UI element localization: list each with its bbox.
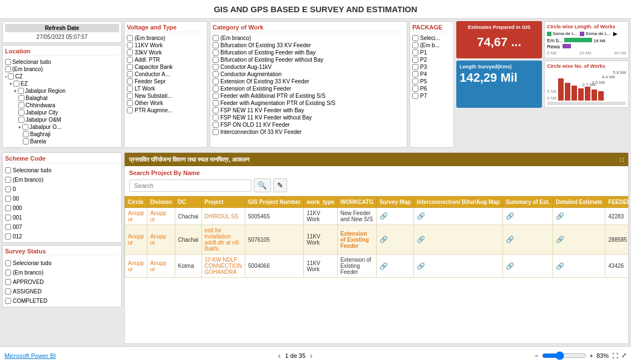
location-item[interactable]: Chhindwara xyxy=(18,102,119,109)
edit-button[interactable]: ✎ xyxy=(273,178,287,192)
category-item[interactable]: Conductor Aug-11kV xyxy=(213,63,405,71)
survey-item[interactable]: ASSIGNED xyxy=(5,288,119,295)
cell-project[interactable]: 10 KW NDLF CONNECTION GOHANDRA xyxy=(201,255,245,278)
voltage-item[interactable]: LT Work xyxy=(127,85,205,92)
voltage-item[interactable]: Capacitor Bank xyxy=(127,63,205,71)
voltage-item[interactable]: Addl. PTR xyxy=(127,56,205,63)
expand-icon[interactable]: ▾ xyxy=(9,81,12,87)
powerbi-link[interactable]: Microsoft Power BI xyxy=(4,352,56,359)
category-item[interactable]: Bifurcation of Existing Feeder with Bay xyxy=(213,49,405,56)
cell-detailed[interactable]: 🔗 xyxy=(553,255,605,278)
scheme-item[interactable]: (Em branco) xyxy=(5,176,119,183)
location-item[interactable]: Baghraji xyxy=(23,131,119,138)
location-checkbox[interactable] xyxy=(18,88,24,94)
scheme-item[interactable]: Selecionar tudo xyxy=(5,167,119,174)
cell-detailed[interactable]: 🔗 xyxy=(553,208,605,225)
voltage-item[interactable]: 33kV Work xyxy=(127,49,205,56)
location-checkbox[interactable] xyxy=(18,109,24,116)
scheme-item[interactable]: 001 xyxy=(5,214,119,221)
category-item[interactable]: FSP NEW 11 KV Feeder without Bay xyxy=(213,114,405,121)
location-item[interactable]: Barela xyxy=(23,138,119,145)
expand-icon[interactable]: ▾ xyxy=(14,88,17,94)
cell-project[interactable]: estt.for installation addll.dtr at vill.… xyxy=(201,225,245,255)
location-item[interactable]: (Em branco) xyxy=(5,66,119,73)
location-item[interactable]: Jabalpur O&M xyxy=(18,116,119,123)
cell-circle[interactable]: Anupp ur xyxy=(125,208,147,225)
scheme-item[interactable]: 000 xyxy=(5,205,119,212)
package-item[interactable]: P1 xyxy=(412,49,451,56)
cell-summary[interactable]: 🔗 xyxy=(502,255,553,278)
package-item[interactable]: P2 xyxy=(412,56,451,63)
category-item[interactable]: FSP NEW 11 KV Feeder with Bay xyxy=(213,107,405,114)
location-item[interactable]: Jabalpur City xyxy=(18,109,119,116)
cell-intercon[interactable]: 🔗 xyxy=(414,225,503,255)
location-item[interactable]: ▾ EZ xyxy=(9,80,119,87)
cell-circle[interactable]: Anupp ur xyxy=(125,225,147,255)
scheme-item[interactable]: 00 xyxy=(5,195,119,202)
category-item[interactable]: Interconnection Of 33 KV Feeder xyxy=(213,128,405,136)
expand-icon[interactable]: ▾ xyxy=(18,124,21,130)
survey-item[interactable]: Selecionar tudo xyxy=(5,260,119,267)
cell-survey[interactable]: 🔗 xyxy=(376,255,413,278)
cell-survey[interactable]: 🔗 xyxy=(376,225,413,255)
scheme-item[interactable]: 012 xyxy=(5,233,119,240)
category-item[interactable]: Bifurcation of Existing Feeder without B… xyxy=(213,56,405,63)
voltage-item[interactable]: Conductor A... xyxy=(127,71,205,78)
voltage-item[interactable]: Feeder Sepr xyxy=(127,78,205,85)
survey-item[interactable]: COMPLETED xyxy=(5,297,119,305)
location-checkbox[interactable] xyxy=(8,73,14,79)
survey-item[interactable]: (Em branco) xyxy=(5,269,119,276)
package-item[interactable]: P5 xyxy=(412,78,451,85)
location-checkbox[interactable] xyxy=(5,66,11,72)
cell-summary[interactable]: 🔗 xyxy=(502,225,553,255)
cell-circle[interactable]: Anupp ur xyxy=(125,255,147,278)
category-item[interactable]: Bifurcation Of Existing 33 KV Feeder xyxy=(213,42,405,49)
location-item[interactable]: ▾ Jabalpur O... xyxy=(18,123,119,131)
package-item[interactable]: P6 xyxy=(412,85,451,92)
cell-summary[interactable]: 🔗 xyxy=(502,208,553,225)
cell-project[interactable]: DHIROUL SS xyxy=(201,208,245,225)
category-item[interactable]: Extension of Existing Feeder xyxy=(213,85,405,92)
cell-division[interactable]: Anupp ur xyxy=(147,255,175,278)
cell-detailed[interactable]: 🔗 xyxy=(553,225,605,255)
cell-division[interactable]: Anupp ur xyxy=(147,208,175,225)
cell-intercon[interactable]: 🔗 xyxy=(414,208,503,225)
voltage-item[interactable]: 11KV Work xyxy=(127,42,205,49)
category-item[interactable]: Extension Of Existing 33 KV Feeder xyxy=(213,78,405,85)
location-checkbox[interactable] xyxy=(18,117,24,123)
package-item[interactable]: P7 xyxy=(412,92,451,99)
survey-item[interactable]: APPROVED xyxy=(5,278,119,286)
voltage-item[interactable]: New Substati... xyxy=(127,92,205,99)
next-page-button[interactable]: › xyxy=(310,351,313,360)
location-checkbox[interactable] xyxy=(13,81,19,87)
location-item[interactable]: Balaghat xyxy=(18,94,119,102)
zoom-minus[interactable]: − xyxy=(535,352,538,359)
scrollbar[interactable] xyxy=(547,102,626,105)
category-item[interactable]: Feeder with Additional PTR of Existing S… xyxy=(213,92,405,99)
table-row[interactable]: Anupp ur Anupp ur Chachai estt.for insta… xyxy=(125,225,629,255)
scheme-item[interactable]: 007 xyxy=(5,223,119,231)
category-item[interactable]: (Em branco) xyxy=(213,34,405,42)
location-checkbox[interactable] xyxy=(22,124,28,130)
prev-page-button[interactable]: ‹ xyxy=(278,351,281,360)
package-item[interactable]: Seleci... xyxy=(412,34,451,42)
location-item[interactable]: ▾ Jabalpur Region xyxy=(14,87,119,94)
legend-arrow[interactable]: ▶ xyxy=(613,31,618,37)
zoom-plus[interactable]: + xyxy=(590,352,593,359)
voltage-item[interactable]: PTR Augmne... xyxy=(127,107,205,114)
location-checkbox[interactable] xyxy=(23,131,29,137)
package-item[interactable]: (Em b... xyxy=(412,42,451,49)
scheme-item[interactable]: 0 xyxy=(5,186,119,193)
table-section[interactable]: Circle Division DC Project GIS Project N… xyxy=(125,196,628,343)
expand-icon[interactable]: ▪ xyxy=(5,74,7,79)
voltage-item[interactable]: (Em branco) xyxy=(127,34,205,42)
category-item[interactable]: Conductor Augmentation xyxy=(213,71,405,78)
search-button[interactable]: 🔍 xyxy=(254,178,271,192)
cell-intercon[interactable]: 🔗 xyxy=(414,255,503,278)
search-input[interactable] xyxy=(129,179,252,192)
voltage-item[interactable]: Other Work xyxy=(127,99,205,107)
table-row[interactable]: Anupp ur Anupp ur Kotma 10 KW NDLF CONNE… xyxy=(125,255,629,278)
zoom-slider[interactable] xyxy=(542,351,586,360)
category-item[interactable]: FSP ON OLD 11 KV Feeder xyxy=(213,121,405,128)
fullscreen-icon[interactable]: ⤢ xyxy=(622,352,627,359)
